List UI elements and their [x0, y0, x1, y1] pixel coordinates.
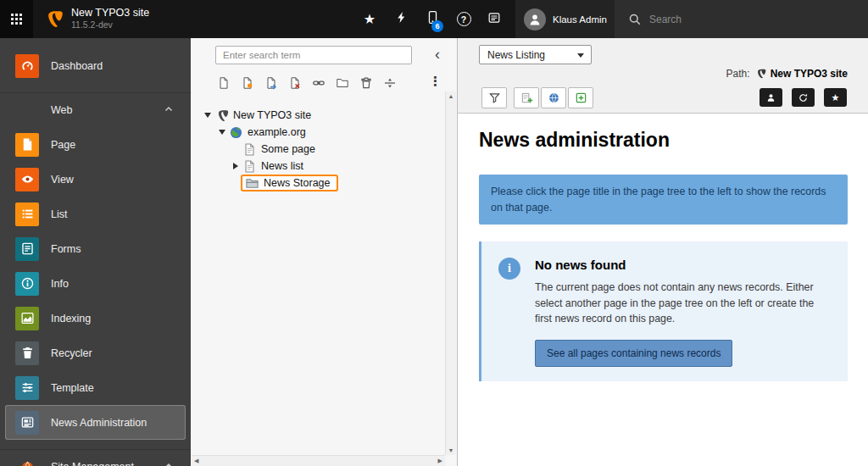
tree-node-label: News Storage: [264, 177, 331, 189]
sidebar-section-label: Web: [51, 104, 72, 116]
scroll-down-icon[interactable]: ▼: [446, 447, 456, 453]
sidebar-item-forms[interactable]: Forms: [0, 231, 191, 266]
site-management-icon: [15, 455, 39, 466]
module-content: News administration Please click the pag…: [458, 114, 868, 466]
site-title: New TYPO3 site: [71, 7, 149, 19]
collapse-tree-button[interactable]: ‹: [428, 43, 447, 65]
sidebar-item-template[interactable]: Template: [0, 370, 191, 405]
new-record-icon: [520, 92, 533, 104]
new-tag-button[interactable]: [568, 87, 593, 108]
refresh-icon: [798, 92, 809, 103]
help-button[interactable]: ?: [449, 0, 478, 38]
sidebar-item-news-administration[interactable]: News Administration: [5, 405, 186, 440]
chevron-down-icon: [577, 53, 584, 58]
tree-node-root[interactable]: New TYPO3 site: [191, 107, 445, 124]
page-module-icon: [15, 133, 39, 157]
forms-module-icon: [15, 237, 39, 261]
apps-grid-icon: [11, 14, 22, 25]
list-view-button[interactable]: [480, 0, 509, 38]
new-link-icon[interactable]: [310, 75, 327, 92]
typo3-site-icon: [754, 68, 766, 80]
search-input[interactable]: [649, 14, 836, 25]
chevron-up-icon: [164, 459, 174, 466]
bolt-icon: [395, 11, 408, 27]
caret-down-icon[interactable]: [203, 113, 213, 118]
sidebar-item-page[interactable]: Page: [0, 127, 191, 162]
new-page-icon[interactable]: [215, 75, 232, 92]
sidebar-section-web[interactable]: Web: [0, 92, 191, 127]
sidebar-item-label: Recycler: [51, 347, 92, 359]
typo3-version: 11.5.2-dev: [71, 19, 149, 31]
page-icon: [242, 159, 257, 174]
plus-square-icon: [575, 92, 587, 104]
module-menu-toggle-button[interactable]: [0, 0, 33, 38]
new-recycler-icon[interactable]: [358, 75, 375, 92]
tree-more-options-icon[interactable]: ⋮: [429, 74, 442, 89]
user-avatar: [524, 8, 546, 31]
bookmark-toolbar-button[interactable]: ★: [355, 0, 384, 38]
help-icon: ?: [457, 12, 471, 26]
scroll-up-icon[interactable]: ▲: [446, 93, 456, 99]
star-icon: ★: [364, 11, 376, 27]
caret-right-icon[interactable]: [231, 163, 241, 169]
scroll-left-icon[interactable]: ◀: [194, 458, 198, 464]
topbar-search: [615, 0, 868, 38]
info-circle-icon: i: [498, 258, 520, 280]
sidebar-item-label: List: [51, 208, 67, 220]
recycler-module-icon: [15, 341, 39, 365]
user-permissions-icon: [765, 92, 776, 103]
sidebar-item-info[interactable]: Info: [0, 266, 191, 301]
bookmark-button[interactable]: ★: [824, 88, 847, 107]
tree-node-site[interactable]: example.org: [191, 124, 445, 141]
typo3-logo-icon[interactable]: [42, 8, 64, 30]
new-divider-icon[interactable]: [381, 75, 398, 92]
tree-node-news-storage[interactable]: News Storage: [191, 175, 445, 191]
view-module-icon: [15, 168, 39, 191]
doc-header: News Listing Path: New TYPO3 site: [458, 38, 868, 114]
sidebar-item-recycler[interactable]: Recycler: [0, 336, 191, 370]
tree-node-news-list[interactable]: News list: [191, 158, 445, 175]
caret-down-icon[interactable]: [217, 130, 227, 135]
new-record-button[interactable]: [514, 87, 539, 108]
see-all-pages-button[interactable]: See all pages containing news records: [535, 340, 732, 367]
info-module-icon: [15, 272, 39, 296]
new-folder-icon[interactable]: [334, 75, 351, 92]
tree-horizontal-scrollbar[interactable]: ◀ ▶: [192, 455, 445, 466]
page-title: News administration: [479, 129, 670, 152]
page-tree-panel: ‹ ⋮ New TYPO3 site: [191, 38, 458, 466]
user-menu-button[interactable]: Klaus Admin: [515, 0, 615, 38]
sidebar-section-site-management[interactable]: Site Management: [0, 449, 191, 466]
tree-vertical-scrollbar[interactable]: ▲ ▼: [445, 92, 456, 455]
sidebar-item-dashboard[interactable]: Dashboard: [0, 48, 191, 83]
sidebar-item-list[interactable]: List: [0, 197, 191, 231]
view-mode-select[interactable]: News Listing: [479, 45, 592, 64]
sidebar-item-label: Forms: [51, 243, 81, 255]
globe-plus-icon: [548, 92, 560, 104]
scroll-right-icon[interactable]: ▶: [438, 458, 442, 464]
user-permissions-button[interactable]: [760, 88, 782, 107]
new-translation-button[interactable]: [541, 87, 566, 108]
notification-badge: 6: [431, 20, 443, 32]
tree-node-label: New TYPO3 site: [233, 109, 311, 121]
sidebar-section-label: Site Management: [51, 461, 134, 466]
list-view-icon: [487, 11, 501, 28]
reload-button[interactable]: [792, 88, 815, 107]
filter-button[interactable]: [481, 87, 507, 108]
new-spacer-icon[interactable]: [287, 75, 303, 92]
sidebar-item-label: View: [51, 174, 74, 186]
new-shortcut-icon[interactable]: [239, 75, 256, 92]
callout-body: The current page does not contain any ne…: [535, 280, 831, 327]
sidebar-item-label: Dashboard: [51, 60, 103, 72]
sidebar-item-indexing[interactable]: Indexing: [0, 301, 191, 336]
new-mount-icon[interactable]: [263, 75, 280, 92]
tree-search-input[interactable]: [215, 46, 412, 64]
tree-node-some-page[interactable]: Some page: [191, 141, 445, 158]
selected-tree-node[interactable]: News Storage: [241, 175, 338, 191]
sidebar-item-view[interactable]: View: [0, 162, 191, 197]
bookmark-star-icon: ★: [832, 93, 840, 103]
clear-cache-button[interactable]: [387, 0, 415, 38]
typo3-site-icon: [214, 108, 229, 123]
callout-title: No news found: [535, 258, 831, 272]
folder-icon: [245, 176, 259, 191]
system-information-button[interactable]: [418, 0, 447, 38]
